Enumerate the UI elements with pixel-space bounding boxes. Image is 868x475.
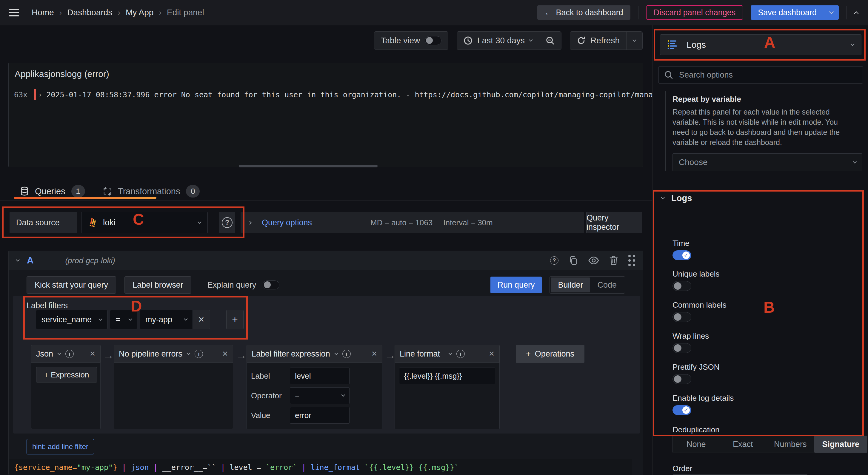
divider [638,6,639,20]
label-browser-button[interactable]: Label browser [124,276,191,294]
operation-json-header[interactable]: Json i ✕ [31,345,101,363]
info-icon[interactable]: i [342,350,351,358]
code-token: } [113,463,117,472]
prettify-json-switch[interactable] [673,374,691,384]
grafana-edit-panel: Home › Dashboards › My App › Edit panel … [0,0,868,475]
line-format-input[interactable] [399,368,495,384]
panel-view-toolbar: Table view Last 30 days Refresh [0,31,652,50]
add-label-filter-button[interactable]: + [226,310,244,329]
option-time: Time ✓ [673,239,691,260]
collapse-query-icon[interactable] [16,258,20,262]
dedup-exact[interactable]: Exact [719,436,766,453]
explain-query-switch[interactable] [263,281,279,289]
search-icon [664,70,673,80]
dedup-numbers[interactable]: Numbers [766,436,814,453]
kick-start-query-button[interactable]: Kick start your query [27,276,116,294]
breadcrumb-home[interactable]: Home [32,8,54,17]
info-icon[interactable]: i [65,350,74,358]
operation-json-card: Json i ✕ + Expression [31,345,101,429]
hint-add-line-filter-button[interactable]: hint: add line filter [27,439,94,454]
menu-icon[interactable] [9,9,19,17]
option-enable-log-details: Enable log details ✓ [673,393,734,415]
resize-handle[interactable] [239,165,378,167]
transformations-count-badge: 0 [186,185,200,197]
breadcrumb-dashboards[interactable]: Dashboards [67,8,112,17]
chevron-down-icon [632,38,637,42]
toggle-visibility-icon[interactable] [588,256,599,265]
transform-icon [103,187,112,196]
zoom-out-time-button[interactable] [539,32,561,50]
table-view-group: Table view [374,31,448,50]
operator-select[interactable]: = [290,387,349,404]
code-token: `{{.level}} {{.msg}}` [365,463,459,472]
explain-query-toggle: Explain query [208,281,280,290]
drag-handle-icon[interactable] [628,255,635,266]
back-to-dashboard-button[interactable]: ← Back to dashboard [537,5,630,20]
editor-mode-switch: Builder Code [550,276,625,294]
mode-builder[interactable]: Builder [551,278,590,292]
time-switch[interactable]: ✓ [673,250,691,260]
label-filter-value-select[interactable]: my-app [140,310,193,329]
add-expression-button[interactable]: + Expression [36,367,97,382]
logs-options-section-header[interactable]: Logs [661,193,692,203]
log-row[interactable]: 63x › 2025-01-17 08:58:37.996 error No s… [14,89,653,100]
value-field-input[interactable] [290,407,349,424]
enable-log-details-switch[interactable]: ✓ [673,405,691,415]
table-view-switch[interactable] [425,36,441,45]
duplicate-query-icon[interactable] [569,256,578,265]
options-search [658,66,863,84]
info-icon[interactable]: i [456,350,465,358]
refresh-button[interactable]: Refresh [570,32,626,50]
common-labels-switch[interactable] [673,312,691,322]
info-icon[interactable]: i [195,350,203,358]
log-expand-icon[interactable]: › [38,91,42,98]
delete-query-icon[interactable] [609,256,618,265]
dedup-signature[interactable]: Signature [814,436,867,453]
remove-label-filter-button[interactable]: ✕ [193,310,210,329]
query-options-link[interactable]: Query options [262,218,312,227]
log-level-bar [34,89,36,100]
remove-operation-icon[interactable]: ✕ [489,350,495,358]
unique-labels-switch[interactable] [673,281,691,291]
chevron-down-icon [853,160,857,163]
operation-pipeline-errors-header[interactable]: No pipeline errors i ✕ [114,345,233,363]
run-query-button[interactable]: Run query [490,277,542,293]
dedup-none[interactable]: None [673,436,719,453]
discard-panel-changes-button[interactable]: Discard panel changes [646,5,743,20]
refresh-interval-button[interactable] [626,32,642,50]
breadcrumb-my-app[interactable]: My App [126,8,153,17]
time-range-picker[interactable]: Last 30 days [457,32,539,50]
table-view-toggle[interactable]: Table view [374,32,448,50]
operation-line-format-header[interactable]: Line format i ✕ [395,345,500,363]
label-field-input[interactable] [290,368,349,384]
operation-label-filter-header[interactable]: Label filter expression i ✕ [247,345,382,363]
label-filter-key-select[interactable]: service_name [36,310,107,329]
code-token: | [149,463,162,472]
tab-queries[interactable]: Queries 1 [20,185,85,197]
options-search-input[interactable] [678,70,857,80]
query-inspector-button[interactable]: Query inspector [586,212,642,233]
query-help-icon[interactable]: ? [550,256,558,265]
arrow-left-icon: ← [545,8,553,17]
repeat-variable-select[interactable]: Choose [673,153,862,171]
wrap-lines-switch[interactable] [673,343,691,353]
save-dashboard-menu-button[interactable] [824,5,839,20]
visualization-select[interactable]: Logs [660,34,862,55]
query-datasource-hint: (prod-gcp-loki) [65,256,115,265]
datasource-help-button[interactable]: ? [219,212,235,233]
add-operations-button[interactable]: + Operations [516,345,584,363]
collapse-header-icon[interactable] [854,11,859,16]
chevron-down-icon [98,317,102,321]
operation-line-format-card: Line format i ✕ [395,345,500,429]
divider [0,200,652,200]
tab-transformations[interactable]: Transformations 0 [103,185,200,197]
label-filter-operator-select[interactable]: = [110,310,137,329]
mode-code[interactable]: Code [590,278,624,292]
option-common-labels: Common labels [673,300,726,322]
pipeline-arrow-icon: → [384,349,396,361]
remove-operation-icon[interactable]: ✕ [90,350,95,358]
datasource-select[interactable]: loki [81,212,208,233]
save-dashboard-button[interactable]: Save dashboard [751,5,824,20]
remove-operation-icon[interactable]: ✕ [222,350,228,358]
remove-operation-icon[interactable]: ✕ [371,350,377,358]
